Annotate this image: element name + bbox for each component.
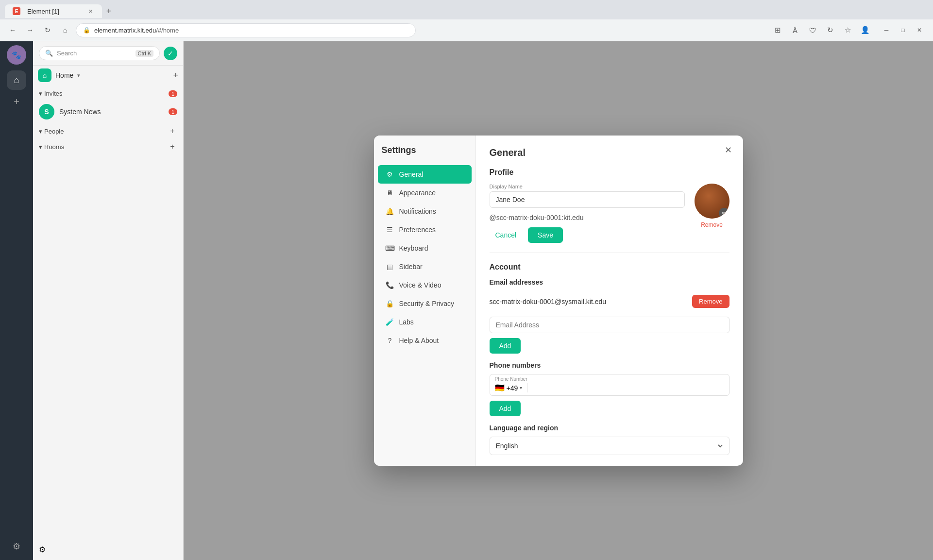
voice-video-icon: 📞 — [386, 281, 394, 289]
profile-actions: Cancel Save — [490, 227, 685, 243]
close-window-button[interactable]: ✕ — [912, 22, 927, 38]
browser-chrome: E Element [1] ✕ + ← → ↻ ⌂ 🔒 element.matr… — [0, 0, 933, 41]
keyboard-icon: ⌨ — [386, 244, 394, 253]
active-tab[interactable]: E Element [1] ✕ — [5, 4, 102, 18]
people-label: ▾ People — [39, 128, 64, 135]
nav-voice-video[interactable]: 📞 Voice & Video — [378, 276, 472, 294]
window-controls: ─ □ ✕ — [879, 22, 927, 38]
language-section-title: Language and region — [490, 424, 729, 432]
general-icon: ⚙ — [386, 170, 394, 179]
nav-security-privacy-label: Security & Privacy — [399, 300, 455, 307]
system-news-item[interactable]: S System News 1 — [33, 100, 183, 123]
email-remove-button[interactable]: Remove — [692, 295, 729, 308]
user-profile-button[interactable]: 👤 — [857, 22, 873, 38]
tab-close-button[interactable]: ✕ — [86, 7, 94, 15]
home-section-header[interactable]: ⌂ Home ▾ + — [33, 66, 183, 85]
appearance-icon: 🖥 — [386, 188, 394, 197]
nav-preferences-label: Preferences — [399, 226, 436, 234]
profile-section-title: Profile — [490, 168, 729, 177]
email-row: scc-matrix-doku-0001@sysmail.kit.edu Rem… — [490, 291, 729, 312]
tab-title: Element [1] — [27, 8, 59, 15]
people-header[interactable]: ▾ People + — [33, 123, 183, 139]
nav-general[interactable]: ⚙ General — [378, 165, 472, 184]
settings-sidebar: Settings ⚙ General 🖥 Appearance 🔔 Notifi… — [374, 136, 476, 466]
nav-appearance[interactable]: 🖥 Appearance — [378, 184, 472, 202]
content-area: ✕ Settings ⚙ General 🖥 Appearance 🔔 Noti… — [184, 41, 933, 560]
system-news-avatar: S — [39, 104, 54, 119]
rooms-label: ▾ Rooms — [39, 143, 64, 151]
avatar-remove-button[interactable]: Remove — [701, 221, 723, 228]
language-divider — [490, 465, 729, 465]
refresh-button[interactable]: ↻ — [822, 22, 838, 38]
cancel-button[interactable]: Cancel — [490, 228, 523, 242]
display-name-input[interactable] — [490, 191, 685, 208]
nav-labs[interactable]: 🧪 Labs — [378, 313, 472, 331]
nav-sidebar[interactable]: ▤ Sidebar — [378, 257, 472, 276]
url-text: element.matrix.kit.edu/#/home — [94, 27, 179, 34]
nav-security-privacy[interactable]: 🔒 Security & Privacy — [378, 294, 472, 313]
phone-number-input[interactable] — [532, 378, 724, 392]
url-bar[interactable]: 🔒 element.matrix.kit.edu/#/home — [76, 23, 416, 37]
add-email-button[interactable]: Add — [490, 338, 521, 354]
new-tab-button[interactable]: + — [102, 4, 116, 18]
phone-label: Phone Number — [495, 376, 527, 382]
home-button[interactable]: ⌂ — [58, 23, 72, 37]
profile-divider — [490, 253, 729, 253]
nav-keyboard-label: Keyboard — [399, 244, 428, 252]
profile-avatar[interactable]: ✏ — [695, 184, 729, 219]
account-section-title: Account — [490, 263, 729, 272]
security-icon: 🔒 — [386, 299, 394, 308]
settings-gear-area[interactable]: ⚙ — [33, 539, 183, 560]
nav-preferences[interactable]: ☰ Preferences — [378, 221, 472, 239]
rooms-add-button[interactable]: + — [168, 142, 177, 152]
phone-section-title: Phone numbers — [490, 361, 729, 369]
nav-keyboard[interactable]: ⌨ Keyboard — [378, 239, 472, 257]
add-phone-button[interactable]: Add — [490, 401, 521, 416]
shield-button[interactable]: 🛡 — [805, 22, 820, 38]
nav-general-label: General — [399, 170, 424, 178]
nav-voice-video-label: Voice & Video — [399, 281, 441, 289]
nav-sidebar-label: Sidebar — [399, 263, 423, 271]
bookmark-button[interactable]: ☆ — [840, 22, 855, 38]
email-address-input[interactable] — [490, 317, 729, 333]
app-container: 🐾 ⌂ + ⚙ 🔍 Search Ctrl K ✓ ⌂ Home ▾ + ▾ I… — [0, 41, 933, 560]
home-add-button[interactable]: + — [173, 70, 178, 81]
email-value: scc-matrix-doku-0001@sysmail.kit.edu — [490, 298, 607, 305]
minimize-button[interactable]: ─ — [879, 22, 894, 38]
avatar-edit-button[interactable]: ✏ — [719, 208, 729, 219]
settings-gear-icon: ⚙ — [39, 545, 46, 554]
modal-close-button[interactable]: ✕ — [722, 143, 735, 157]
extensions-button[interactable]: ⊞ — [770, 22, 785, 38]
profile-button[interactable]: Å — [787, 22, 803, 38]
reload-button[interactable]: ↻ — [41, 23, 54, 37]
user-avatar[interactable]: 🐾 — [7, 45, 26, 65]
user-id-text: @scc-matrix-doku-0001:kit.edu — [490, 214, 685, 221]
back-button[interactable]: ← — [6, 23, 19, 37]
notifications-icon: 🔔 — [386, 207, 394, 216]
search-shortcut-badge: Ctrl K — [136, 50, 154, 57]
save-button[interactable]: Save — [528, 227, 563, 243]
chevron-down-icon: ▾ — [520, 385, 522, 390]
settings-modal-title: Settings — [374, 145, 475, 165]
language-select[interactable]: English — [490, 437, 729, 455]
home-section-icon: ⌂ — [38, 68, 51, 82]
maximize-button[interactable]: □ — [895, 22, 911, 38]
preferences-icon: ☰ — [386, 225, 394, 234]
nav-help-about[interactable]: ? Help & About — [378, 331, 472, 350]
people-add-button[interactable]: + — [168, 126, 177, 136]
search-box[interactable]: 🔍 Search Ctrl K — [39, 46, 160, 60]
home-panel-icon[interactable]: ⌂ — [7, 70, 26, 90]
settings-panel-icon[interactable]: ⚙ — [7, 537, 26, 556]
invites-label: ▾ Invites — [39, 90, 63, 97]
sidebar-nav-icon: ▤ — [386, 262, 394, 271]
nav-notifications[interactable]: 🔔 Notifications — [378, 202, 472, 221]
invites-header[interactable]: ▾ Invites 1 — [33, 87, 183, 100]
address-bar: ← → ↻ ⌂ 🔒 element.matrix.kit.edu/#/home … — [0, 19, 933, 41]
phone-field: Phone Number 🇩🇪 +49 ▾ — [490, 374, 729, 396]
nav-labs-label: Labs — [399, 318, 414, 326]
rooms-header[interactable]: ▾ Rooms + — [33, 139, 183, 154]
system-news-label: System News — [59, 108, 164, 116]
add-space-button[interactable]: + — [7, 92, 26, 111]
forward-button[interactable]: → — [23, 23, 37, 37]
explore-button[interactable]: ✓ — [164, 47, 177, 60]
